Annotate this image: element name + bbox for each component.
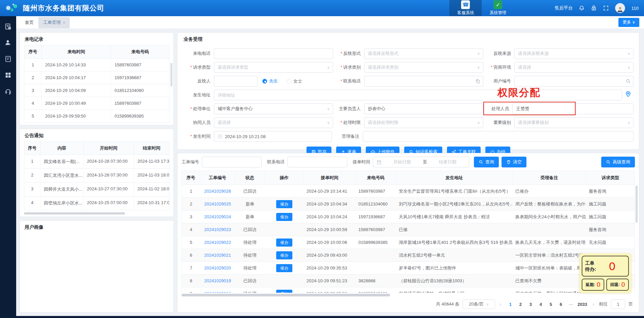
order-row[interactable]: 5 20241029022 待处理 催办 2024-10-29 10:00:06… (182, 236, 635, 249)
order-row[interactable]: 6 20241029021 待处理 催办 2024-10-29 09:43:00… (182, 249, 635, 262)
notice-row[interactable]: 3因舜井大道天风小...2024-10-27 07:30:002024-11-0… (24, 183, 169, 196)
query-button[interactable]: 查询 (474, 157, 499, 167)
fullscreen-icon[interactable] (603, 5, 609, 11)
clock-icon (218, 134, 222, 139)
gender-male-radio[interactable]: 先生 (262, 78, 278, 84)
tab-work-order[interactable]: 工单受理 × (38, 17, 70, 28)
order-row[interactable]: 2 20241029025 新单 催办 2024-10-29 10:04:340… (182, 198, 635, 211)
todo-widget[interactable]: 工单待办: 0 延期: 0 回退: 0 (579, 253, 631, 293)
reflect-form-select[interactable]: 请选择反映形式∨ (364, 48, 483, 59)
next-page-button[interactable]: › (591, 301, 595, 307)
order-row[interactable]: 7 20241029020 待处理 催办 2024-10-29 09:35:53… (182, 262, 635, 275)
search-icon[interactable] (625, 78, 631, 84)
call-record-row[interactable]: 52024-10-29 09:59:50015899639385 (24, 110, 169, 123)
table-horizontal-scrollbar[interactable] (182, 294, 635, 296)
urge-button[interactable]: 催办 (276, 238, 292, 247)
business-env-select[interactable]: 请选择∨ (514, 62, 634, 73)
remark-input[interactable] (363, 131, 634, 142)
gender-female-radio[interactable]: 女士 (287, 78, 302, 84)
order-id-link[interactable]: 20241029020 (204, 265, 231, 271)
page-number[interactable]: 5 (546, 300, 555, 308)
date-range-picker[interactable]: 开始日期 至 结束日期 (373, 157, 469, 167)
call-record-row[interactable]: 12024-10-29 10:14:3315897603987 (24, 59, 169, 71)
document-icon[interactable] (4, 55, 12, 63)
assist-select[interactable]: 请选择∨ (214, 117, 333, 128)
page-number[interactable]: 2033 (577, 300, 588, 308)
bell-icon[interactable] (579, 5, 585, 11)
urge-button[interactable]: 催办 (276, 290, 292, 293)
main-person-input[interactable] (364, 103, 483, 114)
notices-rows: 1因文峰名居一期(...2024-10-28 07:30:002024-11-0… (24, 155, 169, 210)
page-number[interactable]: 2 (516, 300, 525, 308)
scrollbar[interactable] (24, 212, 125, 215)
copy-icon[interactable] (475, 78, 481, 84)
urge-button[interactable]: 催办 (276, 264, 292, 272)
tab-close-icon[interactable]: × (63, 21, 65, 25)
handle-unit-select[interactable]: 城中客户服务中心∨ (214, 103, 333, 114)
appeal-type-select[interactable]: 请选择诉求类型∨ (214, 62, 333, 73)
order-id-link[interactable]: 20241029021 (204, 253, 231, 258)
appeal-category-select[interactable]: 请选择诉求类别∨ (364, 62, 483, 73)
order-row[interactable]: 1 20241029026 已回访 2024-10-29 10:14:41158… (182, 185, 635, 198)
work-order-icon[interactable] (4, 23, 12, 30)
tab-home[interactable]: 首页 (20, 17, 38, 28)
order-row[interactable]: 4 20241029023 已回访 2024-10-29 10:00:59158… (182, 223, 635, 236)
after-sales-link[interactable]: 售后平台 (554, 5, 573, 11)
order-row[interactable]: 9 20241029018 待处理 催办 2024-10-29 09:29:58… (182, 287, 635, 293)
call-record-row[interactable]: 32024-10-29 10:04:09018512104060 (24, 84, 169, 97)
apps-icon[interactable] (4, 71, 12, 79)
customer-icon[interactable] (4, 39, 12, 46)
prev-page-button[interactable]: ‹ (498, 301, 503, 307)
time-limit-select[interactable]: 请选择处理时限∨ (364, 117, 483, 128)
page-number[interactable]: 4 (536, 300, 545, 308)
urge-button[interactable]: 催办 (276, 213, 292, 221)
goto-page-input[interactable] (611, 299, 625, 309)
order-id-link[interactable]: 20241029019 (204, 278, 231, 283)
page-number[interactable]: 1 (506, 300, 515, 308)
scrollbar[interactable] (170, 63, 172, 87)
call-phone-input[interactable] (214, 48, 333, 59)
page-number[interactable]: 3 (526, 300, 535, 308)
order-row[interactable]: 3 20241029024 新单 催办 2024-10-29 10:04:241… (182, 211, 635, 223)
notice-row[interactable]: 2因汇龙湾小区需水...2024-10-28 07:30:002024-11-0… (24, 169, 169, 183)
search-phone-input[interactable] (287, 157, 347, 167)
nav-system-management[interactable]: ✓ 系统管理 (482, 0, 514, 16)
lock-icon[interactable] (591, 5, 597, 11)
user-avatar[interactable] (615, 3, 625, 13)
order-id-link[interactable]: 20241029024 (204, 214, 231, 219)
advanced-query-button[interactable]: 高级查询 (601, 157, 635, 167)
order-id-link[interactable]: 20241029018 (204, 291, 231, 293)
order-id-link[interactable]: 20241029026 (204, 189, 231, 194)
occur-time-input[interactable]: 2024-10-29 10:21:08 (214, 131, 332, 142)
importance-select[interactable]: 请选择重要级别∨ (514, 117, 634, 128)
more-button[interactable]: 更多 ∨ (618, 18, 639, 27)
headset-icon[interactable] (4, 88, 12, 95)
page-number[interactable]: 6 (556, 300, 565, 308)
map-pin-icon[interactable] (625, 91, 634, 99)
handler-input[interactable] (512, 103, 634, 114)
order-id-link[interactable]: 20241029025 (204, 201, 231, 206)
notice-row[interactable]: 1因文峰名居一期(...2024-10-28 07:30:002024-11-0… (24, 155, 169, 169)
nav-customer-service[interactable]: ☎ 客服系统 (449, 0, 482, 16)
todo-pending-box: 工单待办: 0 (582, 256, 629, 277)
page-size-select[interactable]: 20条/页∨ (463, 299, 495, 309)
contact-phone-input[interactable] (364, 76, 483, 87)
annotation-text: 权限分配 (497, 86, 541, 100)
order-id-link[interactable]: 20241029022 (204, 240, 231, 245)
status-badge: 已回访 (235, 223, 265, 236)
address-input[interactable] (214, 90, 622, 100)
page-number[interactable]: ··· (567, 300, 575, 308)
order-no-input[interactable] (202, 157, 262, 167)
urge-button[interactable]: 催办 (276, 251, 292, 259)
order-id-link[interactable]: 20241029023 (204, 227, 231, 232)
clear-button[interactable]: 清空 (502, 157, 526, 167)
user-no-input[interactable] (514, 76, 634, 87)
call-record-row[interactable]: 42024-10-29 10:00:4915897603987 (24, 97, 169, 110)
reporter-input[interactable] (214, 76, 258, 87)
notice-row[interactable]: 4因璧纳左岸小区水...2024-10-25 07:00:002024-10-3… (24, 196, 169, 210)
urge-button[interactable]: 催办 (276, 200, 292, 208)
reflect-source-select[interactable]: 请选择反映来源∨ (514, 48, 634, 59)
table-vertical-scrollbar[interactable] (636, 186, 638, 223)
call-record-row[interactable]: 22024-10-29 10:04:1715971936687 (24, 71, 169, 84)
order-row[interactable]: 8 20241029019 已回访 2024-10-29 09:51:23382… (182, 275, 635, 287)
